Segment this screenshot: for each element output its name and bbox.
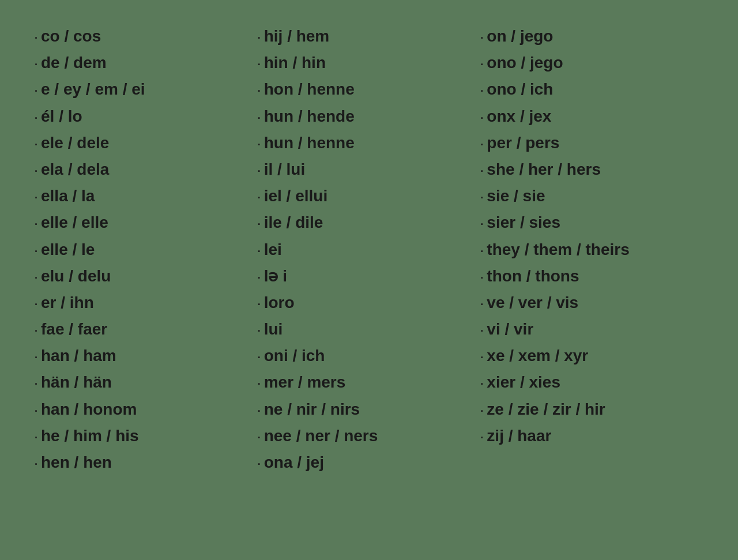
list-item: ·ve / ver / vis <box>480 290 703 316</box>
list-item: ·ze / zie / zir / hir <box>480 396 703 423</box>
item-label: sier / sies <box>487 209 560 236</box>
bullet-icon: · <box>258 430 261 447</box>
item-label: e / ey / em / ei <box>41 76 145 103</box>
item-label: ella / la <box>41 183 95 209</box>
list-item: ·elle / elle <box>35 209 258 236</box>
bullet-icon: · <box>480 323 483 340</box>
list-item: ·hen / hen <box>35 449 258 476</box>
bullet-icon: · <box>480 349 483 367</box>
item-label: hon / henne <box>264 76 355 103</box>
bullet-icon: · <box>35 110 37 127</box>
list-item: ·ella / la <box>35 183 258 209</box>
item-label: thon / thons <box>487 263 579 290</box>
list-item: ·sier / sies <box>480 209 703 236</box>
list-item: ·co / cos <box>35 23 258 50</box>
list-item: ·ono / ich <box>480 76 703 103</box>
bullet-icon: · <box>35 376 37 393</box>
list-item: ·ela / dela <box>35 156 258 183</box>
bullet-icon: · <box>35 57 37 74</box>
bullet-icon: · <box>258 137 261 154</box>
bullet-icon: · <box>35 430 37 447</box>
list-item: ·thon / thons <box>480 263 703 290</box>
list-item: ·hon / henne <box>258 76 481 103</box>
bullet-icon: · <box>258 323 261 340</box>
bullet-icon: · <box>480 83 483 100</box>
list-item: ·they / them / theirs <box>480 236 703 263</box>
bullet-icon: · <box>258 403 261 420</box>
item-label: él / lo <box>41 103 82 130</box>
item-label: ono / ich <box>487 76 553 103</box>
item-label: on / jego <box>487 23 553 50</box>
item-label: he / him / his <box>41 423 139 449</box>
item-label: ile / dile <box>264 209 323 236</box>
list-item: ·xe / xem / xyr <box>480 343 703 369</box>
column-2: ·hij / hem·hin / hin·hon / henne·hun / h… <box>258 23 481 476</box>
bullet-icon: · <box>35 30 37 47</box>
bullet-icon: · <box>258 110 261 127</box>
list-item: ·hun / henne <box>258 130 481 156</box>
list-item: ·sie / sie <box>480 183 703 209</box>
item-label: fae / faer <box>41 316 107 343</box>
bullet-icon: · <box>35 243 37 261</box>
item-label: lui <box>264 316 283 343</box>
item-label: elle / elle <box>41 209 108 236</box>
item-label: elu / delu <box>41 263 111 290</box>
list-item: ·he / him / his <box>35 423 258 449</box>
list-item: ·ile / dile <box>258 209 481 236</box>
list-item: ·er / ihn <box>35 290 258 316</box>
bullet-icon: · <box>258 296 261 314</box>
item-label: ela / dela <box>41 156 109 183</box>
item-label: lə i <box>264 263 287 290</box>
list-item: ·lə i <box>258 263 481 290</box>
list-item: ·ono / jego <box>480 50 703 76</box>
bullet-icon: · <box>480 216 483 234</box>
list-item: ·il / lui <box>258 156 481 183</box>
item-label: xier / xies <box>487 369 560 396</box>
bullet-icon: · <box>480 190 483 207</box>
main-content: ·co / cos·de / dem·e / ey / em / ei·él /… <box>35 23 703 476</box>
bullet-icon: · <box>258 83 261 100</box>
item-label: iel / ellui <box>264 183 327 209</box>
bullet-icon: · <box>258 57 261 74</box>
list-item: ·on / jego <box>480 23 703 50</box>
item-label: hän / hän <box>41 369 112 396</box>
bullet-icon: · <box>480 30 483 47</box>
bullet-icon: · <box>258 216 261 234</box>
bullet-icon: · <box>258 163 261 181</box>
list-item: ·lei <box>258 236 481 263</box>
list-item: ·él / lo <box>35 103 258 130</box>
list-item: ·onx / jex <box>480 103 703 130</box>
list-item: ·iel / ellui <box>258 183 481 209</box>
item-label: co / cos <box>41 23 101 50</box>
bullet-icon: · <box>480 270 483 287</box>
list-item: ·elu / delu <box>35 263 258 290</box>
bullet-icon: · <box>35 163 37 181</box>
bullet-icon: · <box>35 137 37 154</box>
bullet-icon: · <box>480 137 483 154</box>
list-item: ·e / ey / em / ei <box>35 76 258 103</box>
item-label: lei <box>264 236 282 263</box>
list-item: ·fae / faer <box>35 316 258 343</box>
item-label: ve / ver / vis <box>487 290 578 316</box>
bullet-icon: · <box>480 296 483 314</box>
list-item: ·mer / mers <box>258 369 481 396</box>
bullet-icon: · <box>480 163 483 181</box>
list-item: ·hun / hende <box>258 103 481 130</box>
item-label: elle / le <box>41 236 95 263</box>
bullet-icon: · <box>35 270 37 287</box>
list-item: ·hän / hän <box>35 369 258 396</box>
item-label: han / honom <box>41 396 137 423</box>
bullet-icon: · <box>35 190 37 207</box>
item-label: il / lui <box>264 156 306 183</box>
bullet-icon: · <box>480 403 483 420</box>
item-label: zij / haar <box>487 423 551 449</box>
item-label: ono / jego <box>487 50 563 76</box>
item-label: han / ham <box>41 343 116 369</box>
item-label: vi / vir <box>487 316 533 343</box>
list-item: ·oni / ich <box>258 343 481 369</box>
item-label: ele / dele <box>41 130 109 156</box>
bullet-icon: · <box>480 430 483 447</box>
list-item: ·ne / nir / nirs <box>258 396 481 423</box>
column-1: ·co / cos·de / dem·e / ey / em / ei·él /… <box>35 23 258 476</box>
item-label: hun / henne <box>264 130 355 156</box>
